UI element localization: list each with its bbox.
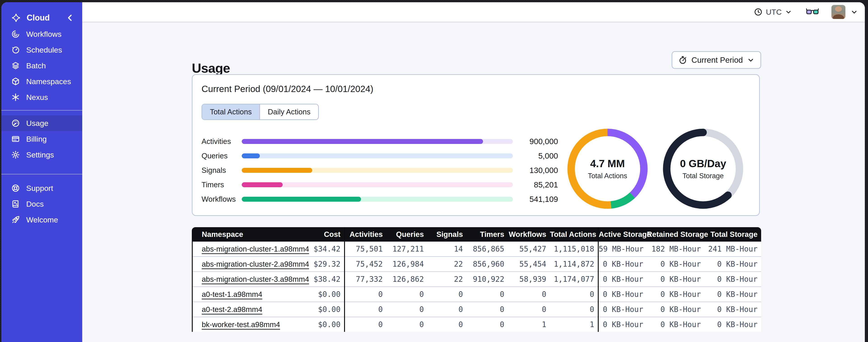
bar-track <box>242 153 513 158</box>
bar-fill <box>242 197 361 202</box>
bar-fill <box>242 153 260 158</box>
sidebar-item-namespaces[interactable]: Namespaces <box>1 73 82 89</box>
table-cell: 0 KB-Hour <box>598 272 647 287</box>
user-avatar[interactable] <box>831 5 845 19</box>
table-cell: 0 KB-Hour <box>598 287 647 302</box>
table-cell: 126,862 <box>386 272 428 287</box>
period-selector-label: Current Period <box>691 56 743 65</box>
sidebar-item-settings[interactable]: Settings <box>1 147 82 163</box>
feedback-glasses-button[interactable] <box>806 8 819 16</box>
sidebar-item-docs[interactable]: Docs <box>1 196 82 212</box>
column-header: Retained Storage <box>647 227 705 242</box>
clock-icon <box>754 7 763 16</box>
total-actions-label: Total Actions <box>588 172 627 180</box>
table-cell: $0.00 <box>305 317 344 332</box>
bar-fill <box>242 182 283 187</box>
bar-row: Activities900,000 <box>202 134 558 149</box>
bar-category-label: Timers <box>202 180 242 189</box>
sidebar-account-nav: Usage Billing Settings <box>1 115 82 163</box>
table-cell: 58,939 <box>508 272 550 287</box>
sidebar-item-label: Usage <box>26 119 48 128</box>
table-cell: 0 KB-Hour <box>598 317 647 332</box>
table-cell: 241 MB-Hour <box>705 242 761 256</box>
namespace-cell: abs-migration-cluster-1.a98mm4 <box>192 242 305 256</box>
sidebar-item-batch[interactable]: Batch <box>1 58 82 73</box>
table-cell: 77,332 <box>344 272 386 287</box>
table-row: a0-test-2.a98mm4$0.000000000 KB-Hour0 KB… <box>192 302 761 317</box>
sidebar-item-schedules[interactable]: Schedules <box>1 42 82 58</box>
namespace-cell: bk-worker-test.a98mm4 <box>192 317 305 332</box>
sidebar-divider <box>1 174 82 174</box>
table-cell: 75,452 <box>344 256 386 272</box>
bar-category-label: Signals <box>202 166 242 175</box>
account-menu-chevron-down-icon[interactable] <box>850 8 858 16</box>
sidebar-item-label: Schedules <box>26 45 62 55</box>
table-row: abs-migration-cluster-3.a98mm4$38.4277,3… <box>192 272 761 287</box>
table-cell: 0 KB-Hour <box>647 317 705 332</box>
table-row: a0-test-1.a98mm4$0.000000000 KB-Hour0 KB… <box>192 287 761 302</box>
table-cell: 0 KB-Hour <box>598 256 647 272</box>
sidebar: Cloud Workflows <box>1 2 82 342</box>
sidebar-item-workflows[interactable]: Workflows <box>1 26 82 42</box>
bar-category-label: Queries <box>202 151 242 160</box>
namespace-usage-table: NamespaceCostActivitiesQueriesSignalsTim… <box>192 227 761 332</box>
namespace-link[interactable]: abs-migration-cluster-3.a98mm4 <box>202 275 309 283</box>
sidebar-item-welcome[interactable]: Welcome <box>1 212 82 228</box>
total-storage-value: 0 GB/Day <box>680 158 726 170</box>
table-cell: $0.00 <box>305 287 344 302</box>
bar-category-label: Activities <box>202 137 242 146</box>
sidebar-collapse-button[interactable] <box>65 13 74 22</box>
table-cell: 856,865 <box>467 242 508 256</box>
table-cell: 0 <box>508 287 550 302</box>
table-cell: 1,115,018 <box>550 242 598 256</box>
tab-daily-actions[interactable]: Daily Actions <box>259 104 318 119</box>
sidebar-item-label: Workflows <box>26 30 61 39</box>
table-cell: 910,922 <box>467 272 508 287</box>
sidebar-item-label: Settings <box>26 150 54 159</box>
main-content: Usage Current Period Current Period (09/… <box>82 22 865 342</box>
table-row: abs-migration-cluster-1.a98mm4$34.4275,5… <box>192 242 761 256</box>
nexus-icon <box>11 93 20 102</box>
namespace-link[interactable]: abs-migration-cluster-2.a98mm4 <box>202 260 309 268</box>
tab-total-actions[interactable]: Total Actions <box>202 104 259 119</box>
total-actions-value: 4.7 MM <box>590 158 625 170</box>
bar-value: 85,201 <box>513 180 558 189</box>
app-window: Cloud Workflows <box>1 2 865 342</box>
sidebar-item-label: Support <box>26 184 53 193</box>
topbar: UTC <box>82 2 865 22</box>
table-cell: 22 <box>428 256 467 272</box>
timezone-selector[interactable]: UTC <box>754 7 792 16</box>
sidebar-item-label: Docs <box>26 200 43 208</box>
table-cell: 0 <box>428 302 467 317</box>
namespace-cell: abs-migration-cluster-2.a98mm4 <box>192 256 305 272</box>
namespace-link[interactable]: a0-test-1.a98mm4 <box>202 290 262 299</box>
sidebar-item-nexus[interactable]: Nexus <box>1 89 82 105</box>
chevron-down-icon <box>785 8 792 15</box>
sidebar-item-label: Welcome <box>26 215 58 224</box>
bar-row: Workflows541,109 <box>202 192 558 206</box>
bar-value: 130,000 <box>513 166 558 175</box>
sidebar-item-label: Namespaces <box>26 77 71 86</box>
bar-track <box>242 197 513 202</box>
table-cell: 1 <box>550 317 598 332</box>
namespace-link[interactable]: bk-worker-test.a98mm4 <box>202 320 280 329</box>
namespace-link[interactable]: a0-test-2.a98mm4 <box>202 305 262 314</box>
sidebar-item-label: Billing <box>26 135 47 143</box>
table-cell: 0 <box>344 302 386 317</box>
sidebar-item-support[interactable]: Support <box>1 180 82 196</box>
column-header: Total Storage <box>705 227 761 242</box>
sidebar-divider <box>1 110 82 110</box>
namespace-link[interactable]: abs-migration-cluster-1.a98mm4 <box>202 245 309 253</box>
total-storage-label: Total Storage <box>683 172 724 180</box>
table-cell: 0 KB-Hour <box>598 302 647 317</box>
table-cell: 0 <box>550 287 598 302</box>
sidebar-item-billing[interactable]: Billing <box>1 131 82 147</box>
docs-icon <box>11 199 20 209</box>
table-cell: 856,960 <box>467 256 508 272</box>
table-cell: $29.32 <box>305 256 344 272</box>
table-header-row: NamespaceCostActivitiesQueriesSignalsTim… <box>192 227 761 242</box>
period-selector-button[interactable]: Current Period <box>672 51 761 69</box>
sidebar-item-usage[interactable]: Usage <box>1 115 82 131</box>
actions-view-tabs: Total Actions Daily Actions <box>202 104 319 120</box>
table-cell: 0 KB-Hour <box>647 272 705 287</box>
